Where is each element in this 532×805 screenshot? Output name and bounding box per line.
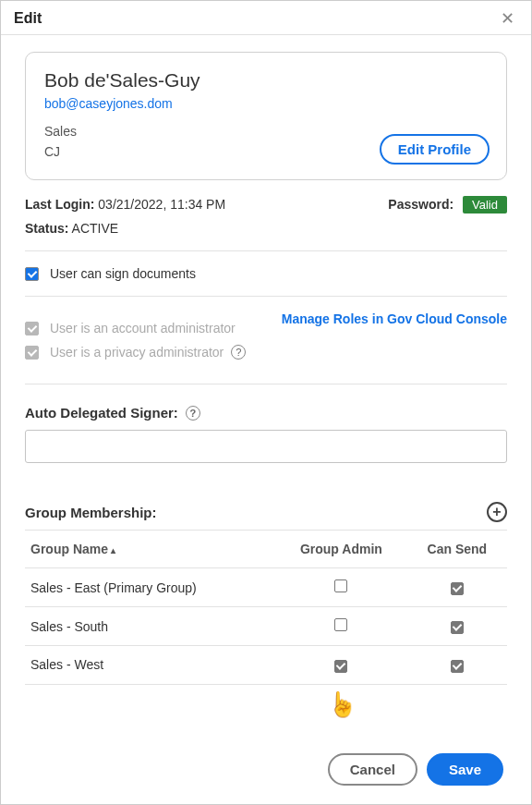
last-login-value: 03/21/2022, 11:34 PM [98,197,225,212]
table-row: Sales - South [25,607,507,646]
check-priv-admin-label: User is a privacy administrator [50,345,224,360]
user-name: Bob de'Sales-Guy [44,69,488,91]
col-group-name[interactable]: Group Name [25,531,275,568]
cancel-button[interactable]: Cancel [328,753,417,786]
checkbox-disabled-icon [25,322,39,335]
close-icon[interactable]: ✕ [501,10,514,27]
checkbox-checked-icon[interactable] [334,660,347,673]
separator [25,296,507,297]
table-header-row: Group Name Group Admin Can Send [25,531,507,568]
password-label: Password: [388,197,453,212]
edit-profile-button[interactable]: Edit Profile [380,134,490,165]
checkbox-empty-icon[interactable] [334,618,347,631]
user-email[interactable]: bob@caseyjones.dom [44,96,173,111]
check-acct-admin: User is an account administrator [25,321,246,335]
roles-row: User is an account administrator User is… [25,311,507,369]
manage-roles-link[interactable]: Manage Roles in Gov Cloud Console [282,311,507,326]
meta-login-row: Last Login: 03/21/2022, 11:34 PM Passwor… [25,197,507,212]
checkbox-checked-icon[interactable] [451,621,464,634]
meta-status-row: Status: ACTIVE [25,221,507,236]
edit-user-dialog: Edit ✕ Bob de'Sales-Guy bob@caseyjones.d… [0,0,532,805]
add-group-icon[interactable]: + [487,502,507,522]
auto-delegate-label: Auto Delegated Signer: ? [25,405,507,421]
checkbox-checked-icon[interactable] [25,267,39,281]
check-can-sign[interactable]: User can sign documents [25,266,507,281]
check-priv-admin: User is a privacy administrator ? [25,345,246,360]
password-badge: Valid [463,196,507,213]
checkbox-checked-icon[interactable] [451,582,464,595]
status-value: ACTIVE [72,221,119,236]
table-row: Sales - West [25,646,507,685]
checkbox-empty-icon[interactable] [334,579,347,592]
check-can-sign-label: User can sign documents [50,266,196,281]
col-group-admin[interactable]: Group Admin [275,531,407,568]
dialog-body: Bob de'Sales-Guy bob@caseyjones.dom Sale… [1,35,531,701]
table-row: Sales - East (Primary Group) [25,568,507,607]
separator [25,250,507,251]
group-membership-header: Group Membership: + [25,502,507,522]
col-can-send[interactable]: Can Send [407,531,507,568]
dialog-header: Edit ✕ [1,1,531,35]
group-name-cell: Sales - East (Primary Group) [25,568,275,607]
separator [25,384,507,384]
group-table: Group Name Group Admin Can Send Sales - … [25,530,507,685]
status-label: Status: [25,221,68,236]
group-name-cell: Sales - South [25,607,275,646]
auto-delegate-input[interactable] [25,430,507,463]
checkbox-checked-icon[interactable] [451,660,464,673]
dialog-footer: Cancel Save [328,753,503,786]
group-name-cell: Sales - West [25,646,275,685]
dialog-title: Edit [14,10,42,27]
last-login-label: Last Login: [25,197,94,212]
help-icon[interactable]: ? [231,345,246,360]
help-icon[interactable]: ? [186,406,200,421]
check-acct-admin-label: User is an account administrator [50,321,236,335]
save-button[interactable]: Save [427,753,503,786]
group-membership-heading: Group Membership: [25,505,157,520]
profile-card: Bob de'Sales-Guy bob@caseyjones.dom Sale… [25,52,507,180]
checkbox-disabled-icon [25,346,39,360]
